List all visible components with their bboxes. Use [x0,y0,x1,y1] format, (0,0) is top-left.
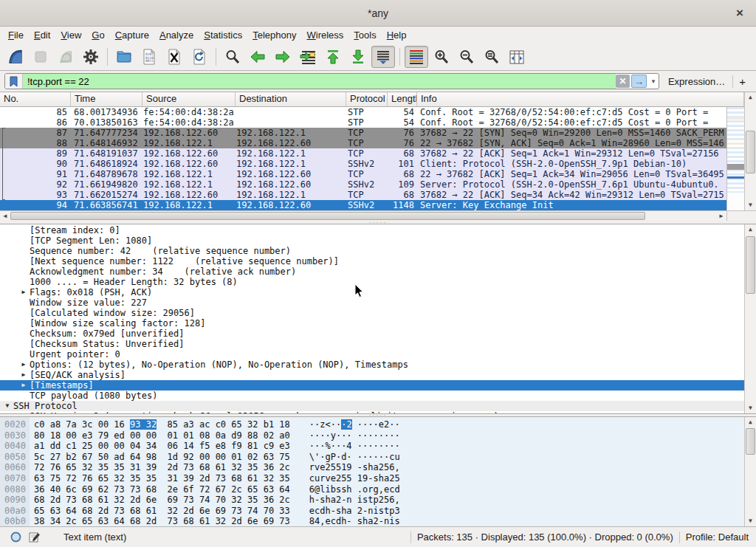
menu-tools[interactable]: Tools [348,28,381,42]
filter-apply-button[interactable]: → [631,75,647,88]
save-file-button[interactable]: 010101100011 [137,46,161,68]
detail-tree-row[interactable]: [Stream index: 0] [0,225,744,235]
menu-wireless[interactable]: Wireless [302,28,349,42]
hex-dump-row[interactable]: 0020 c0 a8 7a 3c 00 16 93 32 85 a3 ac c0… [0,419,744,430]
filter-add-button[interactable]: + [732,75,752,88]
hex-dump-row[interactable]: 00a0 65 63 64 68 2d 73 68 61 32 2d 6e 69… [0,506,744,517]
menu-capture[interactable]: Capture [110,28,154,42]
detail-tree-row[interactable]: Sequence number: 42 (relative sequence n… [0,246,744,256]
capture-comment-icon[interactable] [29,531,40,543]
scroll-up-arrow-icon[interactable]: ▲ [745,224,756,235]
resize-columns-button[interactable] [505,46,529,68]
packet-row[interactable]: 93 71.662015274 192.168.122.60 192.168.1… [0,190,726,200]
hex-dump-row[interactable]: 0040 a1 dd c1 25 00 00 04 34 06 14 f5 e8… [0,441,744,452]
filter-bookmark-button[interactable] [5,74,23,89]
scroll-down-arrow-icon[interactable]: ▼ [745,516,756,526]
expander-icon[interactable]: ▼ [1,401,13,411]
details-vscrollbar[interactable]: ▲ ▼ [744,224,756,413]
close-icon[interactable]: × [732,6,747,21]
filter-dropdown-caret-icon[interactable]: ▼ [648,78,659,85]
detail-tree-row[interactable]: Acknowledgment number: 34 (relative ack … [0,266,744,277]
hex-dump-row[interactable]: 0090 68 2d 73 68 61 32 2d 6e 69 73 74 70… [0,495,744,506]
menu-statistics[interactable]: Statistics [199,28,247,42]
close-file-button[interactable] [162,46,186,68]
menu-go[interactable]: Go [86,28,109,42]
colorize-toggle[interactable] [405,46,428,68]
go-forward-button[interactable] [271,46,295,68]
packet-row[interactable]: 90 71.648618924 192.168.122.60 192.168.1… [0,159,726,169]
go-back-button[interactable] [246,46,269,68]
go-to-bottom-button[interactable] [346,46,370,68]
auto-scroll-toggle[interactable] [371,46,395,68]
detail-tree-row[interactable]: [TCP Segment Len: 1080] [0,235,744,246]
packet-row[interactable]: 85 68.001734936 fe:54:00:d4:38:2a STP 54… [0,107,726,117]
display-filter-input[interactable]: !tcp.port == 22 [23,74,616,89]
column-header-time[interactable]: Time [71,92,142,106]
packet-row[interactable]: 86 70.013850163 fe:54:00:d4:38:2a STP 54… [0,117,726,128]
reload-file-button[interactable] [188,46,211,68]
expert-info-icon[interactable] [10,531,21,543]
packet-row[interactable]: 88 71.648146932 192.168.122.1 192.168.12… [0,138,726,148]
hex-dump-row[interactable]: 0030 80 18 00 e3 79 ed 00 00 01 01 08 0a… [0,430,744,441]
detail-tree-row[interactable]: [Window size scaling factor: 128] [0,318,744,328]
scroll-thumb[interactable] [10,212,645,220]
hex-dump-row[interactable]: 0070 63 75 72 76 65 32 35 35 31 39 2d 73… [0,473,744,484]
column-header-destination[interactable]: Destination [236,92,346,106]
packet-row[interactable]: 89 71.648191037 192.168.122.60 192.168.1… [0,148,726,159]
start-capture-button[interactable] [4,46,27,68]
detail-tree-row[interactable]: ▼ SSH Protocol [0,401,744,411]
detail-tree-row[interactable]: TCP payload (1080 bytes) [0,391,744,401]
scroll-up-arrow-icon[interactable]: ▲ [745,417,756,427]
detail-tree-row[interactable]: ▶ Options: (12 bytes), No-Operation (NOP… [0,359,744,370]
hex-dump-row[interactable]: 0050 5c 27 b2 67 50 ad 64 98 1d 92 00 00… [0,452,744,463]
packet-row[interactable]: 94 71.663856741 192.168.122.1 192.168.12… [0,200,726,210]
zoom-reset-button[interactable] [480,46,504,68]
stop-capture-button[interactable] [29,46,52,68]
restart-capture-button[interactable] [54,46,78,68]
packet-list-hscrollbar[interactable]: ◀ ▶ [0,210,726,221]
detail-tree-row[interactable]: [Calculated window size: 29056] [0,308,744,318]
hex-dump-row[interactable]: 0080 36 40 6c 69 62 73 73 68 2e 6f 72 67… [0,484,744,495]
go-to-top-button[interactable] [321,46,345,68]
scroll-up-arrow-icon[interactable]: ▲ [745,92,756,103]
scroll-left-arrow-icon[interactable]: ◀ [0,211,10,221]
column-header-protocol[interactable]: Protocol [346,92,388,106]
status-profile[interactable]: Profile: Default [686,531,749,543]
expander-icon[interactable]: ▶ [18,370,30,380]
detail-tree-row[interactable]: 1000 .... = Header Length: 32 bytes (8) [0,277,744,287]
packet-row[interactable]: 87 71.647777234 192.168.122.60 192.168.1… [0,128,726,138]
column-header-source[interactable]: Source [142,92,236,106]
detail-tree-row[interactable]: ▶ Flags: 0x018 (PSH, ACK) [0,287,744,297]
scroll-thumb[interactable] [746,236,755,294]
menu-view[interactable]: View [55,28,86,42]
filter-clear-button[interactable]: ✕ [616,75,630,88]
intelligent-scrollbar-map[interactable] [726,107,744,210]
packet-row[interactable]: 91 71.648789678 192.168.122.1 192.168.12… [0,169,726,179]
expander-icon[interactable]: ▶ [18,359,30,370]
find-packet-button[interactable] [221,46,244,68]
capture-options-button[interactable] [79,46,103,68]
expander-icon[interactable]: ▶ [18,287,30,297]
scroll-thumb[interactable] [746,428,755,455]
packet-list-vscrollbar[interactable]: ▲ ▼ [744,92,756,210]
menu-file[interactable]: File [3,28,29,42]
detail-tree-row[interactable]: Urgent pointer: 0 [0,349,744,359]
detail-tree-row[interactable]: Checksum: 0x79ed [unverified] [0,328,744,339]
hex-dump-row[interactable]: 00b0 38 34 2c 65 63 64 68 2d 73 68 61 32… [0,516,744,526]
column-header-length[interactable]: Length [388,92,417,106]
detail-tree-row[interactable]: ▶ [SEQ/ACK analysis] [0,370,744,380]
column-header-no[interactable]: No. [0,92,71,106]
detail-tree-row[interactable]: [Checksum Status: Unverified] [0,339,744,349]
scroll-down-arrow-icon[interactable]: ▼ [745,200,756,210]
menu-analyze[interactable]: Analyze [154,28,199,42]
zoom-out-button[interactable] [455,46,478,68]
zoom-in-button[interactable] [430,46,453,68]
open-file-button[interactable] [112,46,136,68]
detail-tree-row[interactable]: Window size value: 227 [0,297,744,308]
expander-icon[interactable]: ▶ [18,380,30,391]
scroll-right-arrow-icon[interactable]: ▶ [716,211,726,221]
menu-telephony[interactable]: Telephony [247,28,301,42]
scroll-down-arrow-icon[interactable]: ▼ [745,403,756,413]
scroll-thumb[interactable] [746,131,755,173]
bytes-vscrollbar[interactable]: ▲ ▼ [744,417,756,526]
